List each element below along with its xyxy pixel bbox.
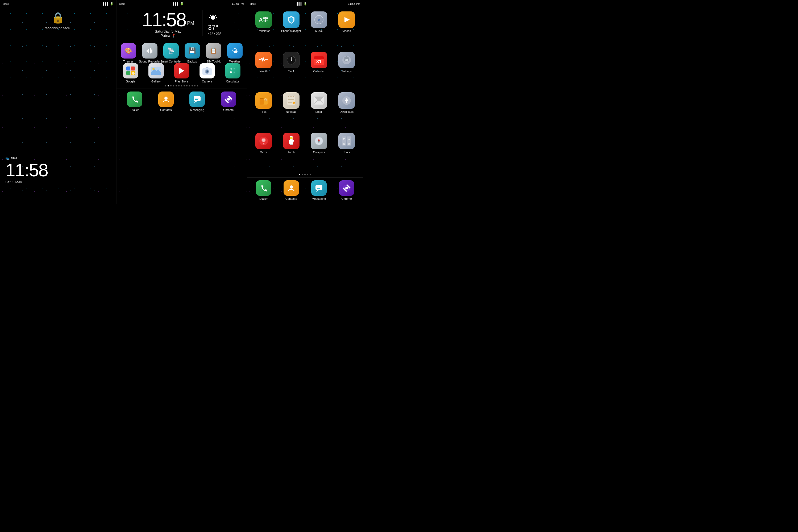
svg-rect-59 — [292, 96, 294, 97]
email-icon — [311, 92, 327, 109]
sound-recorder-label: Sound Recorder — [139, 60, 160, 63]
page-indicator — [116, 83, 247, 89]
drawer-app-files[interactable]: ⚙ Files — [250, 90, 278, 130]
svg-rect-31 — [194, 96, 201, 101]
app-backup[interactable]: 💾 Backup — [182, 43, 203, 63]
camera-shortcut-icon[interactable]: 📷 — [0, 184, 108, 191]
videos-label: Videos — [342, 29, 351, 33]
battery-icon-p2: 🔋 — [180, 2, 184, 5]
weather-widget: 37° 41° / 23° — [202, 10, 221, 36]
drawer-dot-0 — [299, 174, 300, 175]
dialler-icon-p3 — [256, 180, 271, 196]
backup-icon: 💾 — [185, 43, 200, 58]
drawer-app-email[interactable]: Email — [305, 90, 333, 130]
dot-8 — [186, 85, 188, 87]
svg-rect-7 — [147, 50, 148, 52]
svg-rect-8 — [148, 49, 149, 53]
contacts-label-p3: Contacts — [285, 197, 297, 200]
svg-point-23 — [207, 71, 208, 72]
lock-date: Sat, 5 May — [5, 180, 111, 184]
drawer-app-translator[interactable]: A字 Translator — [250, 9, 278, 49]
app-google[interactable]: Google — [120, 63, 141, 83]
contacts-icon-p3 — [284, 180, 299, 196]
dock-dialler[interactable]: Dialler — [124, 92, 145, 111]
carrier-label: airtel — [3, 2, 9, 5]
dock-contacts-p3[interactable]: Contacts — [281, 180, 302, 200]
health-label: Health — [259, 70, 267, 73]
drawer-page-indicator — [247, 172, 363, 177]
app-drawer-grid: A字 Translator Phone Manager ♪ Music — [247, 7, 363, 172]
drawer-app-music[interactable]: ♪ Music — [305, 9, 333, 49]
drawer-app-tools[interactable]: ⊞ ◈ ◉ ⊕ Tools — [333, 130, 360, 171]
messaging-label: Messaging — [190, 108, 204, 111]
dock-chrome[interactable]: Chrome — [218, 92, 239, 111]
svg-point-73 — [263, 144, 265, 145]
lock-screen-panel: airtel ▌▌▌ 🔋 🔒 Recognising face... 👟 503… — [0, 0, 116, 204]
carrier-label-p3: airtel — [250, 2, 256, 5]
drawer-app-compass[interactable]: Compass — [305, 130, 333, 171]
torch-icon — [283, 133, 300, 149]
dock-chrome-p3[interactable]: Chrome — [336, 180, 357, 200]
svg-point-91 — [290, 185, 293, 189]
calculator-label: Calculator — [226, 80, 240, 83]
themes-icon: 🎨 — [121, 43, 136, 58]
google-label: Google — [126, 80, 135, 83]
play-store-label: Play Store — [175, 80, 188, 83]
app-sim-toolkit[interactable]: 📋 SIM Toolkit — [203, 43, 224, 63]
signal-icon-p2: ▌▌▌ — [173, 2, 179, 5]
svg-text:◉: ◉ — [343, 142, 345, 145]
drawer-app-phone-manager[interactable]: Phone Manager — [278, 9, 305, 49]
app-sound-recorder[interactable]: Sound Recorder — [139, 43, 160, 63]
time-label-p3: 11:58 PM — [348, 2, 360, 5]
app-themes[interactable]: 🎨 Themes — [118, 43, 139, 63]
drawer-app-health[interactable]: Health — [250, 49, 278, 90]
dot-4 — [175, 85, 177, 87]
drawer-app-downloads[interactable]: Downloads — [333, 90, 360, 130]
drawer-app-videos[interactable]: Videos — [333, 9, 360, 49]
time-label-p2: 11:58 PM — [231, 2, 244, 5]
app-gallery[interactable]: Gallery — [146, 63, 167, 83]
drawer-app-settings[interactable]: Settings — [333, 49, 360, 90]
smart-controller-icon: 📡 — [163, 43, 179, 58]
messaging-label-p3: Messaging — [312, 197, 326, 200]
backup-label: Backup — [187, 60, 197, 63]
calendar-icon: 31 — [311, 52, 327, 68]
drawer-app-notepad[interactable]: Notepad — [278, 90, 305, 130]
dot-2 — [170, 85, 172, 87]
app-weather[interactable]: 🌤 Weather — [224, 43, 246, 63]
dock-contacts[interactable]: Contacts — [155, 92, 177, 111]
compass-label: Compass — [313, 151, 325, 154]
drawer-app-calendar[interactable]: 31 Calendar — [305, 49, 333, 90]
dock-dialler-p3[interactable]: Dialler — [253, 180, 274, 200]
svg-point-15 — [132, 72, 135, 75]
phone-manager-icon — [283, 12, 300, 28]
app-smart-controller[interactable]: 📡 Smart Controller — [160, 43, 182, 63]
app-play-store[interactable]: Play Store — [171, 63, 192, 83]
chrome-icon-p3 — [339, 180, 354, 196]
drawer-app-clock[interactable]: Clock — [278, 49, 305, 90]
app-camera[interactable]: Camera — [196, 63, 218, 83]
messaging-icon-p3 — [311, 180, 327, 196]
clock-label: Clock — [288, 70, 295, 73]
dialler-label-p3: Dialler — [259, 197, 268, 200]
status-center-p2: ▌▌▌ 🔋 — [173, 2, 184, 5]
drawer-app-mirror[interactable]: Mirror — [250, 130, 278, 171]
svg-point-30 — [165, 97, 168, 100]
translator-icon: A字 — [255, 12, 272, 28]
dot-5 — [178, 85, 179, 87]
messaging-icon — [189, 92, 205, 107]
svg-line-2 — [210, 15, 211, 16]
dot-12 — [197, 85, 198, 87]
app-calculator[interactable]: Calculator — [222, 63, 243, 83]
clock-widget: 11:58 PM Saturday, 5 May Patna 📍 — [142, 10, 194, 38]
home-screen-panel: airtel ▌▌▌ 🔋 11:58 PM 11:58 PM Saturday,… — [116, 0, 247, 204]
dock-messaging[interactable]: Messaging — [187, 92, 208, 111]
step-count-row: 👟 503 — [5, 156, 111, 160]
dot-1 — [168, 85, 169, 87]
drawer-dot-3 — [307, 174, 308, 175]
torch-label: Torch — [288, 151, 295, 154]
drawer-dot-2 — [304, 174, 306, 175]
svg-rect-10 — [151, 50, 152, 53]
dock-messaging-p3[interactable]: Messaging — [308, 180, 329, 200]
drawer-app-torch[interactable]: Torch — [278, 130, 305, 171]
